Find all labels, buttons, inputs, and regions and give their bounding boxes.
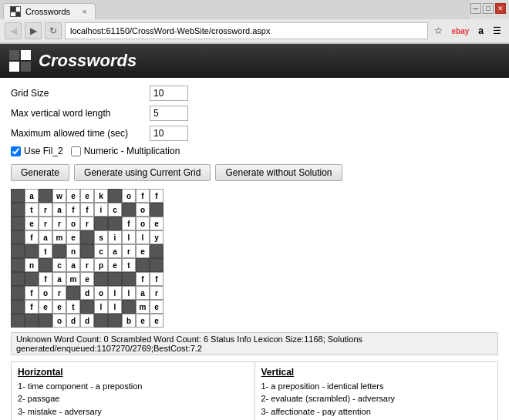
grid-cell xyxy=(80,300,94,314)
grid-cell: f xyxy=(80,203,94,217)
minimize-button[interactable]: ─ xyxy=(470,3,481,14)
grid-cell: w xyxy=(52,189,66,203)
grid-cell xyxy=(122,272,136,286)
grid-cell: d xyxy=(80,286,94,300)
status-bar: Unknown Word Count: 0 Scrambled Word Cou… xyxy=(11,332,498,355)
grid-cell xyxy=(11,286,25,300)
grid-cell xyxy=(11,203,25,217)
grid-cell: a xyxy=(52,203,66,217)
menu-icon[interactable]: ☰ xyxy=(490,24,504,38)
grid-cell: f xyxy=(25,300,39,314)
grid-cell xyxy=(11,272,25,286)
numeric-checkbox[interactable] xyxy=(71,146,81,156)
grid-cell: y xyxy=(150,230,163,244)
grid-cell: r xyxy=(39,203,52,217)
max-time-label: Maximum allowed time (sec) xyxy=(11,128,150,139)
grid-row: tncare xyxy=(11,244,498,258)
grid-cell xyxy=(11,258,25,272)
grid-row: ncarpet xyxy=(11,258,498,272)
amazon-icon[interactable]: a xyxy=(475,24,487,38)
grid-cell: t xyxy=(66,300,80,314)
forward-button[interactable]: ▶ xyxy=(25,22,42,39)
grid-cell xyxy=(11,314,25,328)
clue-item: 1- a preposition - identical letters xyxy=(261,381,492,391)
tab-close-button[interactable]: × xyxy=(83,7,87,16)
grid-cell: a xyxy=(136,286,150,300)
back-button[interactable]: ◀ xyxy=(5,22,22,39)
grid-cell xyxy=(11,230,25,244)
grid-cell xyxy=(11,189,25,203)
grid-cell: c xyxy=(52,258,66,272)
browser-tab[interactable]: Crosswords × xyxy=(3,3,96,19)
grid-cell xyxy=(25,314,39,328)
grid-cell xyxy=(52,244,66,258)
grid-cell xyxy=(39,314,52,328)
grid-cell xyxy=(94,314,108,328)
grid-cell: f xyxy=(150,189,163,203)
window-controls: ─ □ ✕ xyxy=(470,0,509,17)
grid-cell: l xyxy=(108,286,122,300)
grid-size-label: Grid Size xyxy=(11,88,150,99)
close-button[interactable]: ✕ xyxy=(495,3,506,14)
grid-cell: e xyxy=(80,189,94,203)
grid-cell xyxy=(39,189,52,203)
grid-cell: r xyxy=(39,217,52,230)
browser-chrome: Crosswords × ─ □ ✕ ◀ ▶ ↻ ☆ ebay a ☰ xyxy=(0,0,509,44)
grid-cell: o xyxy=(94,286,108,300)
use-fil2-checkbox[interactable] xyxy=(11,146,21,156)
grid-cell xyxy=(66,286,80,300)
grid-cell: e xyxy=(136,244,150,258)
grid-cell: l xyxy=(136,230,150,244)
use-fil2-checkbox-label[interactable]: Use Fil_2 xyxy=(11,146,63,156)
generate-button[interactable]: Generate xyxy=(11,164,69,181)
grid-cell: n xyxy=(25,258,39,272)
use-fil2-label: Use Fil_2 xyxy=(24,146,63,156)
grid-cell: f xyxy=(136,189,150,203)
maximize-button[interactable]: □ xyxy=(483,3,494,14)
max-time-input[interactable] xyxy=(150,126,188,141)
grid-cell xyxy=(11,217,25,230)
grid-row: fameff xyxy=(11,272,498,286)
generate-current-button[interactable]: Generate using Current Grid xyxy=(74,164,211,181)
grid-cell: f xyxy=(136,272,150,286)
grid-cell: e xyxy=(80,272,94,286)
grid-cell xyxy=(108,189,122,203)
crossword-grid: aweekofftrafficoerrorfoefamesillytncaren… xyxy=(11,189,498,328)
refresh-button[interactable]: ↻ xyxy=(45,22,62,39)
max-time-row: Maximum allowed time (sec) xyxy=(11,126,498,141)
grid-cell xyxy=(39,258,52,272)
grid-cell: e xyxy=(108,258,122,272)
grid-cell: o xyxy=(122,189,136,203)
horizontal-clues-column: Horizontal 1- time component - a prepost… xyxy=(12,362,255,420)
max-vert-input[interactable] xyxy=(150,106,188,121)
grid-cell xyxy=(25,272,39,286)
tab-title: Crosswords xyxy=(25,7,70,16)
numeric-checkbox-label[interactable]: Numeric - Multiplication xyxy=(71,146,180,156)
status-text: Unknown Word Count: 0 Scrambled Word Cou… xyxy=(16,334,362,353)
grid-cell xyxy=(150,244,163,258)
grid-cell: e xyxy=(150,217,163,230)
vertical-header: Vertical xyxy=(261,367,492,378)
grid-cell: e xyxy=(25,217,39,230)
grid-cell: e xyxy=(52,300,66,314)
grid-cell: a xyxy=(66,258,80,272)
grid-cell: f xyxy=(150,272,163,286)
grid-size-row: Grid Size xyxy=(11,86,498,101)
grid-cell: l xyxy=(94,300,108,314)
grid-cell: f xyxy=(122,217,136,230)
grid-cell xyxy=(80,244,94,258)
grid-cell: r xyxy=(80,258,94,272)
clues-section: Horizontal 1- time component - a prepost… xyxy=(11,361,498,420)
generate-no-solution-button[interactable]: Generate without Solution xyxy=(215,164,342,181)
grid-cell: p xyxy=(94,258,108,272)
grid-row: feetllme xyxy=(11,300,498,314)
grid-cell xyxy=(25,244,39,258)
star-icon[interactable]: ☆ xyxy=(431,24,446,38)
clue-item: 1- time component - a prepostion xyxy=(18,381,248,391)
grid-size-input[interactable] xyxy=(150,86,188,101)
app-header: Crosswords xyxy=(0,44,509,78)
clue-item: 3- affectionate - pay attention xyxy=(261,406,492,417)
main-content: Grid Size Max vertical word length Maxim… xyxy=(0,78,509,420)
address-bar[interactable] xyxy=(65,22,428,39)
ebay-icon[interactable]: ebay xyxy=(449,25,473,37)
